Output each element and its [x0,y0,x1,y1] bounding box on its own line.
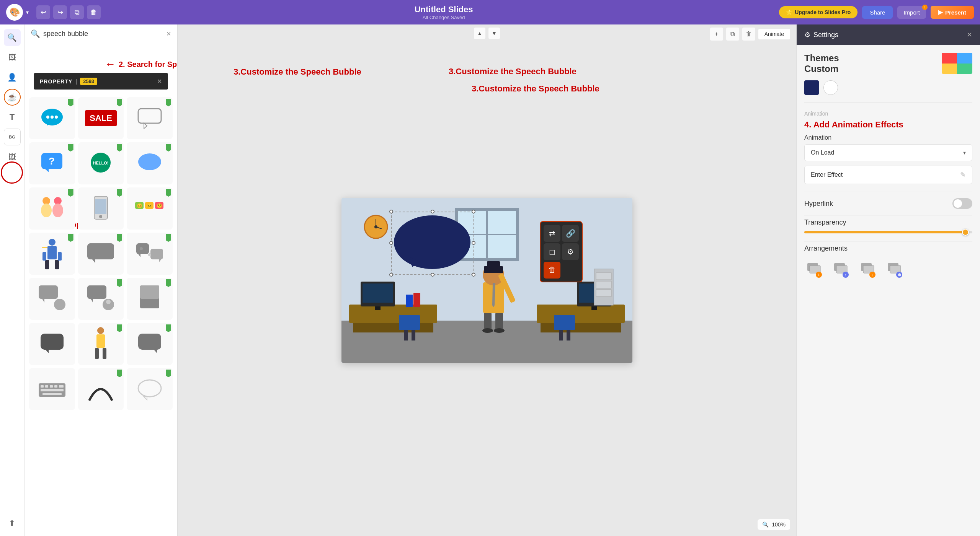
icon-item-hello-bubble[interactable]: HELLO! [78,142,124,184]
svg-point-13 [138,153,161,170]
hyperlink-label: Hyperlink [804,200,833,208]
delete-button[interactable]: 🗑 [87,5,101,19]
settings-close-button[interactable]: ✕ [967,31,972,39]
icon-item-chat-person2[interactable] [78,278,124,320]
arrangement-item-1[interactable]: + [804,259,823,278]
arrangement-item-4[interactable]: ⊕ [885,259,904,278]
slider-thumb[interactable] [962,229,969,236]
property-close-button[interactable]: ✕ [157,78,162,85]
handle-bl[interactable] [389,273,393,277]
arrangement-icon-1: + [804,259,823,278]
bookmark-icon [166,279,171,287]
svg-rect-64 [45,385,48,388]
bookmark-icon [166,324,171,332]
panel-collapse-button[interactable]: ◀ [177,271,178,290]
sidebar-item-slides[interactable]: 🖼 [4,49,21,66]
ctx-visibility-button[interactable]: ◻ [544,243,560,260]
right-panel: ⚙ Settings ✕ Themes Custom Animation 4. [796,24,980,536]
themes-subtitle: Custom [804,64,839,74]
arrangement-item-3[interactable]: ↓ [858,259,877,278]
handle-bc[interactable] [431,273,434,277]
handle-ml[interactable] [389,241,393,245]
svg-rect-31 [55,260,59,269]
animate-button[interactable]: Animate [758,29,790,39]
handle-br[interactable] [472,273,475,277]
sidebar-item-highlighted[interactable]: ☕ [4,89,21,106]
icon-item-chat-person1[interactable] [29,278,75,320]
duplicate-button[interactable]: ⧉ [70,5,84,19]
animation-dropdown[interactable]: On Load ▾ [804,144,972,161]
svg-rect-40 [150,249,163,259]
add-element-button[interactable]: + [710,28,723,41]
icon-item-phone-bubble[interactable] [78,187,124,230]
handle-tc[interactable] [431,210,434,213]
sidebar-item-upload[interactable]: ⬆ [4,515,21,531]
present-button[interactable]: ▶ Present [931,6,974,19]
icon-item-keyboard[interactable] [29,368,75,410]
hyperlink-toggle[interactable] [952,198,972,209]
ctx-link-button[interactable]: 🔗 [562,225,579,242]
upgrade-button[interactable]: ⭐ Upgrade to Slides Pro [779,6,858,18]
color-swatch-dark[interactable] [804,80,819,95]
svg-marker-45 [42,299,44,303]
bookmark-icon [68,99,74,106]
icon-item-chat-grey2[interactable] [127,233,173,275]
arrangement-icon-2: ↑ [831,259,850,278]
customize-annotation-text: 3.Customize the Speech Bubble [472,84,599,94]
icon-item-person-desk[interactable] [29,233,75,275]
search-clear-button[interactable]: ✕ [166,30,171,37]
icon-item-dark-bubble1[interactable] [29,323,75,365]
icon-item-dark-bubble2[interactable] [127,323,173,365]
ctx-delete-button[interactable]: 🗑 [544,262,560,279]
sidebar-item-search[interactable]: 🔍 [4,29,21,46]
app-logo[interactable]: 🎨 [6,4,23,21]
icon-item-people-chat[interactable] [29,187,75,230]
logo-dropdown[interactable]: ▾ [26,9,29,15]
icon-item-speech-outline[interactable] [127,97,173,139]
delete-element-button[interactable]: 🗑 [742,28,755,41]
icon-item-chat-document[interactable] [127,278,173,320]
enter-effect-row[interactable]: Enter Effect ✎ [804,166,972,184]
themes-palette[interactable] [942,53,972,74]
icon-item-emoji-bubbles[interactable]: 😊 😐 😟 [127,187,173,230]
left-sidebar: 🔍 🖼 👤 ☕ T BG 🖼 ⬆ [0,24,24,536]
speech-bubble-element[interactable] [391,212,474,275]
icon-item-chat-grey1[interactable] [78,233,124,275]
svg-rect-100 [412,330,415,340]
icon-item-sale[interactable]: SALE [78,97,124,139]
bookmark-icon [68,234,74,242]
slide-title[interactable]: Untitled Slides [108,5,779,15]
slide-nav-up[interactable]: ▲ [474,28,485,39]
transparency-slider[interactable] [804,231,972,233]
icon-item-person-standing[interactable] [78,323,124,365]
slide-actions: + ⧉ 🗑 Animate [710,28,790,41]
sidebar-item-background[interactable]: BG [4,129,21,145]
handle-mr[interactable] [472,241,475,245]
zoom-bar: 🔍 100% [758,519,790,530]
icon-item-arc-shape[interactable] [78,368,124,410]
icon-item-chat-bubbles[interactable] [29,97,75,139]
color-swatch-light[interactable] [823,80,838,95]
ctx-replace-button[interactable]: ⇄ [544,225,560,242]
sidebar-item-text[interactable]: T [4,109,21,125]
icon-item-question-bubble[interactable]: ? [29,142,75,184]
zoom-icon: 🔍 [762,521,769,528]
slide-nav-down[interactable]: ▼ [488,28,500,39]
ctx-settings-button[interactable]: ⚙ [562,243,579,260]
undo-button[interactable]: ↩ [36,5,50,19]
handle-tr[interactable] [472,210,475,213]
svg-rect-5 [138,109,161,123]
sidebar-item-people[interactable]: 👤 [4,69,21,86]
icon-item-oval-outline[interactable] [127,368,173,410]
share-button[interactable]: Share [862,6,893,19]
handle-tl[interactable] [389,210,393,213]
slide-container[interactable]: ⇄ 🔗 ◻ ⚙ 🗑 [341,198,632,363]
import-button[interactable]: Import ! [897,6,926,19]
duplicate-element-button[interactable]: ⧉ [726,28,739,41]
svg-rect-93 [413,293,420,307]
icon-item-blue-bubble[interactable] [127,142,173,184]
arrangement-item-2[interactable]: ↑ [831,259,850,278]
search-input[interactable] [43,30,163,38]
redo-button[interactable]: ↪ [53,5,67,19]
context-menu: ⇄ 🔗 ◻ ⚙ 🗑 [540,221,583,282]
